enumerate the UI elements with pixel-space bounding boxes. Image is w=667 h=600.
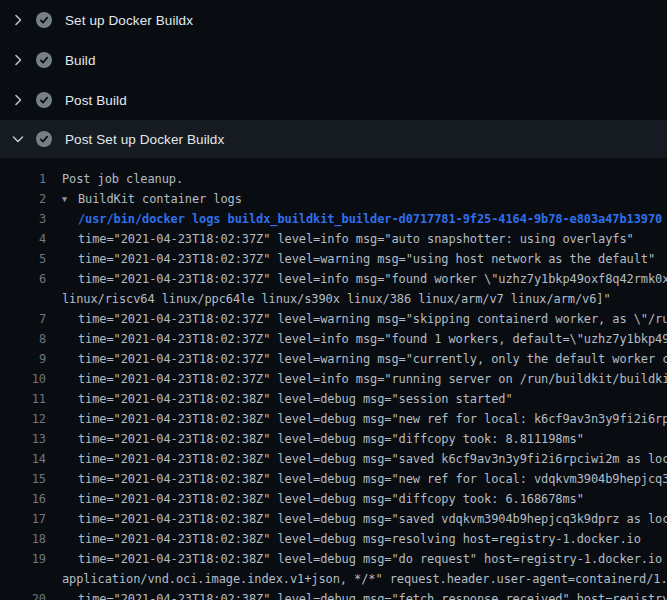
log-line: 2 ▼BuildKit container logs [0, 189, 667, 209]
log-line-text: time="2021-04-23T18:02:38Z" level=debug … [46, 549, 667, 569]
log-line-number[interactable]: 9 [0, 349, 46, 369]
log-line: 16 time="2021-04-23T18:02:38Z" level=deb… [0, 489, 667, 509]
log-line-number[interactable]: 1 [0, 169, 46, 189]
log-line-text: ▼BuildKit container logs [46, 189, 242, 209]
chevron-right-icon [10, 52, 26, 68]
log-line-number[interactable]: 6 [0, 269, 46, 289]
log-line: 18 time="2021-04-23T18:02:38Z" level=deb… [0, 529, 667, 549]
log-line-text: time="2021-04-23T18:02:38Z" level=debug … [46, 469, 667, 489]
log-line-number[interactable]: 15 [0, 469, 46, 489]
step-label: Build [65, 53, 96, 68]
log-line: 13 time="2021-04-23T18:02:38Z" level=deb… [0, 429, 667, 449]
log-line-text: time="2021-04-23T18:02:37Z" level=info m… [46, 329, 667, 349]
log-line-number[interactable]: 10 [0, 369, 46, 389]
log-line-text: time="2021-04-23T18:02:38Z" level=debug … [46, 489, 584, 509]
log-line-text: time="2021-04-23T18:02:38Z" level=debug … [46, 509, 667, 529]
log-line-text: linux/riscv64 linux/ppc64le linux/s390x … [46, 289, 611, 309]
log-line: 8 time="2021-04-23T18:02:37Z" level=info… [0, 329, 667, 349]
chevron-down-icon [10, 131, 26, 147]
check-circle-icon [36, 52, 52, 68]
log-line-number[interactable]: 2 [0, 189, 46, 209]
log-line-text: time="2021-04-23T18:02:38Z" level=debug … [46, 449, 667, 469]
log-line-text: time="2021-04-23T18:02:38Z" level=debug … [46, 529, 641, 549]
log-line-number[interactable]: 14 [0, 449, 46, 469]
log-line: 5 time="2021-04-23T18:02:37Z" level=warn… [0, 249, 667, 269]
log-line-text: Post job cleanup. [46, 169, 183, 189]
chevron-right-icon [10, 92, 26, 108]
log-line-number[interactable]: 7 [0, 309, 46, 329]
log-line: application/vnd.oci.image.index.v1+json,… [0, 569, 667, 589]
log-line-number[interactable]: 4 [0, 229, 46, 249]
log-line: 6 time="2021-04-23T18:02:37Z" level=info… [0, 269, 667, 289]
log-line-text: time="2021-04-23T18:02:38Z" level=debug … [46, 409, 667, 429]
steps-list: Set up Docker Buildx Build P [0, 0, 667, 158]
log-line: 10 time="2021-04-23T18:02:37Z" level=inf… [0, 369, 667, 389]
log-line-number[interactable]: 3 [0, 209, 46, 229]
log-line-text: time="2021-04-23T18:02:38Z" level=debug … [46, 589, 667, 600]
log-line: 7 time="2021-04-23T18:02:37Z" level=warn… [0, 309, 667, 329]
log-line-number[interactable] [0, 289, 46, 309]
group-toggle-icon[interactable]: ▼ [62, 189, 78, 209]
log-line-text: time="2021-04-23T18:02:37Z" level=info m… [46, 369, 667, 389]
log-line: 11 time="2021-04-23T18:02:38Z" level=deb… [0, 389, 667, 409]
log-line: 14 time="2021-04-23T18:02:38Z" level=deb… [0, 449, 667, 469]
log-line: 12 time="2021-04-23T18:02:38Z" level=deb… [0, 409, 667, 429]
log-line: 20 time="2021-04-23T18:02:38Z" level=deb… [0, 589, 667, 600]
group-label[interactable]: BuildKit container logs [78, 192, 242, 206]
log-line-number[interactable] [0, 569, 46, 589]
log-line-number[interactable]: 20 [0, 589, 46, 600]
log-line-number[interactable]: 18 [0, 529, 46, 549]
log-line-text: time="2021-04-23T18:02:38Z" level=debug … [46, 429, 584, 449]
log-line-text: time="2021-04-23T18:02:37Z" level=info m… [46, 229, 634, 249]
log-line-number[interactable]: 12 [0, 409, 46, 429]
log-line: 1 Post job cleanup. [0, 169, 667, 189]
check-circle-icon [36, 131, 52, 147]
step-row[interactable]: Post Set up Docker Buildx [0, 120, 667, 158]
log-line-text: time="2021-04-23T18:02:38Z" level=debug … [46, 389, 513, 409]
step-label: Post Set up Docker Buildx [65, 132, 224, 147]
log-line-number[interactable]: 16 [0, 489, 46, 509]
log-line-text: time="2021-04-23T18:02:37Z" level=warnin… [46, 249, 655, 269]
log-line-number[interactable]: 13 [0, 429, 46, 449]
log-line: 3 /usr/bin/docker logs buildx_buildkit_b… [0, 209, 667, 229]
log-line: linux/riscv64 linux/ppc64le linux/s390x … [0, 289, 667, 309]
log-line: 4 time="2021-04-23T18:02:37Z" level=info… [0, 229, 667, 249]
log-line-text: time="2021-04-23T18:02:37Z" level=warnin… [46, 349, 667, 369]
log-line-text: /usr/bin/docker logs buildx_buildkit_bui… [46, 209, 662, 229]
log-line-number[interactable]: 8 [0, 329, 46, 349]
log-line: 17 time="2021-04-23T18:02:38Z" level=deb… [0, 509, 667, 529]
log-line: 19 time="2021-04-23T18:02:38Z" level=deb… [0, 549, 667, 569]
log-line-number[interactable]: 11 [0, 389, 46, 409]
log-line: 15 time="2021-04-23T18:02:38Z" level=deb… [0, 469, 667, 489]
log-area[interactable]: 1 Post job cleanup. 2 ▼BuildKit containe… [0, 158, 667, 600]
check-circle-icon [36, 12, 52, 28]
step-label: Post Build [65, 93, 127, 108]
step-row[interactable]: Post Build [0, 80, 667, 120]
chevron-right-icon [10, 12, 26, 28]
step-row[interactable]: Set up Docker Buildx [0, 0, 667, 40]
log-line-text: time="2021-04-23T18:02:37Z" level=info m… [46, 269, 667, 289]
log-line: 9 time="2021-04-23T18:02:37Z" level=warn… [0, 349, 667, 369]
log-line-number[interactable]: 19 [0, 549, 46, 569]
log-line-number[interactable]: 17 [0, 509, 46, 529]
step-label: Set up Docker Buildx [65, 13, 193, 28]
log-line-number[interactable]: 5 [0, 249, 46, 269]
check-circle-icon [36, 92, 52, 108]
step-row[interactable]: Build [0, 40, 667, 80]
log-line-text: application/vnd.oci.image.index.v1+json,… [46, 569, 667, 589]
log-line-text: time="2021-04-23T18:02:37Z" level=warnin… [46, 309, 667, 329]
